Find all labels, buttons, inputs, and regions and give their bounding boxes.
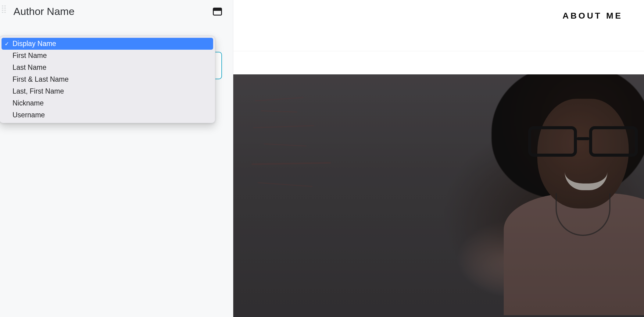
panel-title: Author Name	[13, 5, 74, 17]
dropdown-option-label: Display Name	[13, 40, 56, 48]
type-dropdown[interactable]: ✓Display Name✓First Name✓Last Name✓First…	[0, 36, 215, 123]
dropdown-option[interactable]: ✓Username	[2, 109, 213, 121]
page-preview: ABOUT ME	[233, 0, 644, 317]
panel-header: Author Name	[0, 0, 233, 17]
window-icon[interactable]	[213, 8, 222, 16]
dropdown-option[interactable]: ✓Display Name	[2, 38, 213, 50]
dropdown-option[interactable]: ✓Last, First Name	[2, 85, 213, 97]
hero-section	[233, 74, 644, 317]
dropdown-option-label: Last, First Name	[13, 87, 64, 95]
hero-overlay	[233, 74, 644, 317]
dropdown-option[interactable]: ✓First Name	[2, 50, 213, 62]
dropdown-option-label: First & Last Name	[13, 75, 69, 84]
drag-handle-icon[interactable]	[2, 5, 6, 13]
dropdown-option-label: First Name	[13, 52, 47, 60]
dropdown-option-label: Username	[13, 111, 45, 119]
dropdown-option[interactable]: ✓Last Name	[2, 62, 213, 73]
nav-link-about-me[interactable]: ABOUT ME	[563, 11, 623, 21]
field-type: Type ✓Display Name✓First Name✓Last Name✓…	[0, 17, 233, 79]
dropdown-option-label: Nickname	[13, 99, 44, 107]
dropdown-option[interactable]: ✓Nickname	[2, 97, 213, 109]
settings-panel: Author Name Type ✓Display Name✓First Nam…	[0, 0, 233, 317]
check-icon: ✓	[4, 41, 9, 47]
svg-rect-1	[213, 8, 222, 11]
dropdown-option[interactable]: ✓First & Last Name	[2, 73, 213, 85]
preview-nav: ABOUT ME	[233, 0, 644, 51]
dropdown-option-label: Last Name	[13, 63, 46, 72]
